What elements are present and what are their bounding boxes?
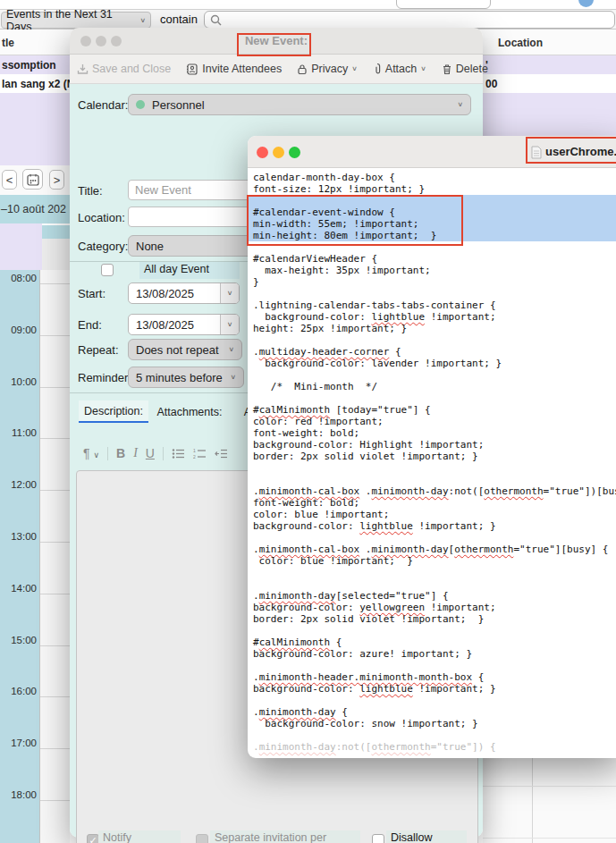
code-line[interactable]: font-weight: bold; bbox=[248, 427, 616, 439]
css-code-editor[interactable]: calendar-month-day-box {font-size: 12px … bbox=[248, 168, 616, 758]
code-line[interactable]: #calMinimonth [today="true"] { bbox=[248, 404, 616, 416]
code-line[interactable] bbox=[248, 474, 616, 485]
code-line[interactable]: #calMinimonth { bbox=[248, 636, 616, 648]
numbered-list-icon[interactable]: 1 2 bbox=[193, 448, 207, 459]
bold-button[interactable]: B bbox=[116, 446, 125, 460]
title-column-header[interactable]: tle bbox=[2, 37, 14, 49]
code-line[interactable]: color: blue !important; bbox=[248, 509, 616, 520]
tab-attachments[interactable]: Attachments: bbox=[152, 400, 227, 423]
code-line[interactable]: font-size: 12px !important; } bbox=[248, 183, 616, 195]
code-line[interactable]: .minimonth-day:not([othermonth="true"]) … bbox=[248, 741, 616, 753]
hour-line bbox=[40, 645, 70, 646]
code-line[interactable]: max-height: 35px !important; bbox=[248, 265, 616, 276]
separate-invitation-checkbox[interactable] bbox=[196, 834, 208, 843]
outdent-icon[interactable] bbox=[215, 448, 228, 459]
code-line[interactable]: background-color: yellowgreen !important… bbox=[248, 602, 616, 613]
range-dropdown[interactable]: Events in the Next 31 Days ∨ bbox=[1, 12, 151, 29]
reminder-dropdown[interactable]: 5 minutes before ∨ bbox=[128, 367, 244, 388]
search-input[interactable] bbox=[204, 11, 615, 29]
code-line[interactable]: calendar-month-day-box { bbox=[248, 172, 616, 183]
code-line[interactable]: border: 2px solid violet !important; } bbox=[248, 613, 616, 625]
code-line[interactable]: background-color: lightblue !important; bbox=[248, 311, 616, 323]
code-line[interactable]: .minimonth-day[selected="true"] { bbox=[248, 590, 616, 602]
code-line[interactable]: color: red !important; bbox=[248, 416, 616, 427]
code-line[interactable]: color: blue !important; } bbox=[248, 555, 616, 567]
zoom-button[interactable] bbox=[289, 147, 300, 158]
reminder-value: 5 minutes before bbox=[136, 371, 223, 384]
day-column[interactable] bbox=[39, 270, 70, 843]
calendar-dropdown[interactable]: Personnel ∨ bbox=[128, 94, 471, 115]
code-line[interactable] bbox=[248, 369, 616, 381]
screenshot-root: Events in the Next 31 Days ∨ contain tle… bbox=[0, 0, 616, 843]
delete-label: Delete bbox=[456, 63, 488, 75]
hour-line bbox=[40, 800, 70, 801]
code-line[interactable]: background-color: lavender !important; } bbox=[248, 358, 616, 369]
time-label: 17:00 bbox=[1, 738, 37, 748]
code-line[interactable] bbox=[248, 729, 616, 741]
code-line[interactable] bbox=[248, 625, 616, 636]
calendar-picker-button[interactable] bbox=[22, 169, 43, 190]
end-date-value: 13/08/2025 bbox=[129, 318, 220, 332]
end-date-picker[interactable]: 13/08/2025 ∨ bbox=[128, 314, 240, 335]
close-button[interactable] bbox=[257, 147, 268, 158]
time-label: 09:00 bbox=[1, 325, 37, 335]
code-line[interactable]: /* Mini-month */ bbox=[248, 381, 616, 392]
code-line[interactable]: .multiday-header-corner { bbox=[248, 346, 616, 358]
notify-attendees-label: Notify attendees bbox=[98, 830, 181, 843]
zoom-button[interactable] bbox=[111, 36, 122, 46]
code-line[interactable]: background-color: azure! important; } bbox=[248, 648, 616, 660]
code-line[interactable] bbox=[248, 392, 616, 404]
invite-attendees-button[interactable]: Invite Attendees bbox=[186, 63, 282, 75]
code-line[interactable] bbox=[248, 334, 616, 346]
notify-attendees-checkbox[interactable]: ✓ bbox=[87, 834, 99, 843]
code-line[interactable] bbox=[248, 567, 616, 578]
code-line[interactable] bbox=[248, 695, 616, 706]
repeat-dropdown[interactable]: Does not repeat ∨ bbox=[128, 339, 242, 360]
tab-description[interactable]: Description: bbox=[79, 400, 148, 423]
time-label: 13:00 bbox=[1, 531, 37, 542]
close-button[interactable] bbox=[80, 36, 91, 46]
code-line[interactable]: background-color: Highlight !important; bbox=[248, 439, 616, 451]
code-line[interactable]: #calendarViewHeader { bbox=[248, 253, 616, 265]
code-line[interactable]: .minimonth-day { bbox=[248, 706, 616, 718]
delete-button[interactable]: Delete bbox=[442, 63, 488, 75]
next-button[interactable]: > bbox=[49, 170, 64, 190]
match-mode-label[interactable]: contain bbox=[160, 13, 198, 26]
code-line[interactable]: height: 25px !important; } bbox=[248, 323, 616, 334]
privacy-label: Privacy bbox=[311, 63, 348, 75]
disallow-counter-checkbox[interactable] bbox=[372, 834, 384, 843]
bullet-list-icon[interactable] bbox=[172, 448, 185, 459]
save-and-close-button[interactable]: Save and Close bbox=[77, 63, 171, 75]
start-date-picker[interactable]: 13/08/2025 ∨ bbox=[128, 282, 240, 304]
minimize-button[interactable] bbox=[273, 147, 284, 158]
code-line[interactable]: background-color: snow !important; } bbox=[248, 718, 616, 729]
code-line[interactable] bbox=[248, 462, 616, 474]
start-date-dropdown[interactable]: ∨ bbox=[220, 283, 239, 303]
chevron-down-icon: ∨ bbox=[457, 101, 463, 108]
end-date-dropdown[interactable]: ∨ bbox=[220, 315, 239, 334]
paragraph-style-button[interactable]: ¶ ∨ bbox=[83, 446, 99, 460]
code-line[interactable] bbox=[248, 660, 616, 671]
attach-button[interactable]: Attach ∨ bbox=[373, 63, 426, 75]
underline-button[interactable]: U bbox=[146, 446, 155, 460]
code-line[interactable] bbox=[248, 532, 616, 544]
allday-checkbox[interactable] bbox=[101, 264, 114, 276]
code-line[interactable] bbox=[248, 288, 616, 299]
code-line[interactable] bbox=[248, 578, 616, 590]
multiday-header-corner bbox=[0, 223, 42, 270]
code-line[interactable]: font-weight: bold; bbox=[248, 497, 616, 509]
code-line[interactable]: .minimonth-header.minimonth-month-box { bbox=[248, 671, 616, 683]
prev-button[interactable]: < bbox=[2, 170, 17, 190]
code-line[interactable]: border: 2px solid violet !important; } bbox=[248, 451, 616, 462]
code-line[interactable]: .minimonth-cal-box .minimonth-day:not([o… bbox=[248, 485, 616, 497]
location-column-header[interactable]: Location bbox=[498, 37, 543, 49]
privacy-button[interactable]: Privacy ∨ bbox=[297, 63, 358, 75]
code-line[interactable]: } bbox=[248, 276, 616, 288]
code-line[interactable]: background-color: lightblue !important; … bbox=[248, 520, 616, 532]
code-line[interactable]: .lightning-calendar-tabs-tabs-container … bbox=[248, 299, 616, 311]
code-line[interactable]: .minimonth-cal-box .minimonth-day[otherm… bbox=[248, 544, 616, 555]
italic-button[interactable]: I bbox=[133, 446, 138, 460]
minimize-button[interactable] bbox=[96, 36, 106, 46]
sync-icon[interactable] bbox=[578, 0, 594, 7]
code-line[interactable]: background-color: lightblue !important; … bbox=[248, 683, 616, 695]
